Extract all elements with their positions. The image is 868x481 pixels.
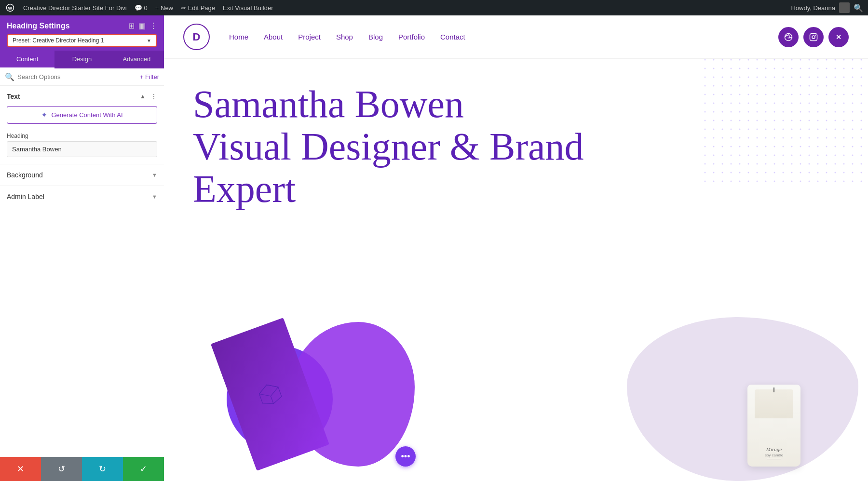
nav-portfolio[interactable]: Portfolio xyxy=(398,33,425,41)
comments-link[interactable]: 💬 0 xyxy=(135,4,148,12)
hero-heading-line3: Expert xyxy=(193,168,296,210)
bottom-bar: ✕ ↺ ↻ ✓ xyxy=(0,457,164,481)
nav-about[interactable]: About xyxy=(264,33,283,41)
nav-home[interactable]: Home xyxy=(229,33,248,41)
hero-right: Mirage soy candle xyxy=(617,59,868,481)
hero-heading-line1: Samantha Bowen xyxy=(193,83,464,125)
logo-letter: D xyxy=(193,31,201,43)
search-icon[interactable]: 🔍 xyxy=(854,3,863,13)
cancel-button[interactable]: ✕ xyxy=(0,457,41,481)
filter-label: Filter xyxy=(145,73,159,80)
filter-plus-icon: + xyxy=(140,73,144,80)
left-panel: Heading Settings ⊞ ▦ ⋮ Preset: Creative … xyxy=(0,15,164,481)
fab-dots-icon: ••• xyxy=(401,452,410,462)
site-name[interactable]: Creative Director Starter Site For Divi xyxy=(23,4,127,12)
nav-shop[interactable]: Shop xyxy=(336,33,353,41)
background-section: Background ▼ xyxy=(0,164,164,186)
background-chevron-icon: ▼ xyxy=(152,172,157,178)
cancel-icon: ✕ xyxy=(17,464,24,474)
svg-point-2 xyxy=(785,33,792,40)
svg-text:W: W xyxy=(8,6,13,11)
nav-socials: ✕ xyxy=(778,27,849,47)
panel-content: 🔍 + Filter Text ▲ ⋮ ✦ Gene xyxy=(0,68,164,457)
nav-links: Home About Project Shop Blog Portfolio C… xyxy=(229,33,778,41)
text-section-collapse-icon[interactable]: ▲ xyxy=(140,93,146,100)
background-section-title: Background xyxy=(7,171,43,179)
svg-line-10 xyxy=(271,396,273,404)
admin-label-section: Admin Label ▼ xyxy=(0,186,164,207)
panel-header: Heading Settings ⊞ ▦ ⋮ xyxy=(0,15,164,34)
search-input[interactable] xyxy=(17,73,137,80)
panel-header-icons: ⊞ ▦ ⋮ xyxy=(128,21,157,30)
text-section-menu-icon[interactable]: ⋮ xyxy=(150,93,157,100)
svg-point-4 xyxy=(812,36,815,39)
hero-heading: Samantha Bowen Visual Designer & Brand E… xyxy=(193,83,588,210)
candle-subtitle-label: soy candle xyxy=(765,453,783,457)
hero-left: Samantha Bowen Visual Designer & Brand E… xyxy=(164,59,617,481)
svg-rect-3 xyxy=(810,33,817,40)
ai-icon: ✦ xyxy=(41,110,47,120)
howdy-label: Howdy, Deanna xyxy=(791,4,835,12)
nav-contact[interactable]: Contact xyxy=(440,33,465,41)
save-button[interactable]: ✓ xyxy=(123,457,164,481)
new-button[interactable]: + New xyxy=(155,4,173,12)
admin-label-section-header[interactable]: Admin Label ▼ xyxy=(0,186,164,207)
product-images-area: ••• xyxy=(164,307,617,481)
redo-icon: ↻ xyxy=(99,464,106,474)
settings-icon[interactable]: ⊞ xyxy=(128,21,135,30)
comments-count: 0 xyxy=(144,4,148,12)
layout-icon[interactable]: ▦ xyxy=(138,21,146,30)
edit-page-button[interactable]: ✏ Edit Page xyxy=(181,4,215,12)
text-section-title: Text xyxy=(7,93,20,100)
wp-logo[interactable]: W xyxy=(5,2,15,13)
svg-point-5 xyxy=(815,35,816,35)
social-x-icon[interactable]: ✕ xyxy=(828,27,849,47)
preset-label: Preset: Creative Director Heading 1 xyxy=(13,37,104,44)
tab-advanced[interactable]: Advanced xyxy=(109,51,164,68)
social-instagram-icon[interactable] xyxy=(803,27,824,47)
site-preview: D Home About Project Shop Blog Portfolio… xyxy=(164,15,868,481)
search-icon: 🔍 xyxy=(5,72,14,81)
comments-icon: 💬 xyxy=(135,4,142,12)
admin-label-section-title: Admin Label xyxy=(7,193,44,200)
redo-button[interactable]: ↻ xyxy=(82,457,123,481)
text-section-header[interactable]: Text ▲ ⋮ xyxy=(0,86,164,104)
ai-button-label: Generate Content With AI xyxy=(51,111,122,119)
x-label: ✕ xyxy=(836,33,841,41)
heading-input[interactable] xyxy=(7,141,157,157)
exit-builder-button[interactable]: Exit Visual Builder xyxy=(223,4,273,12)
preset-selector[interactable]: Preset: Creative Director Heading 1 ▼ xyxy=(7,34,157,47)
hero-section: Samantha Bowen Visual Designer & Brand E… xyxy=(164,59,868,481)
main-layout: Heading Settings ⊞ ▦ ⋮ Preset: Creative … xyxy=(0,15,868,481)
save-icon: ✓ xyxy=(140,464,147,474)
social-dribbble-icon[interactable] xyxy=(778,27,799,47)
filter-button[interactable]: + Filter xyxy=(140,73,159,80)
candle-product: Mirage soy candle xyxy=(747,385,800,467)
panel-title: Heading Settings xyxy=(7,22,70,30)
nav-project[interactable]: Project xyxy=(298,33,321,41)
generate-ai-button[interactable]: ✦ Generate Content With AI xyxy=(7,106,157,124)
admin-bar: W Creative Director Starter Site For Div… xyxy=(0,0,868,15)
background-section-header[interactable]: Background ▼ xyxy=(0,164,164,186)
heading-field-label: Heading xyxy=(0,131,164,141)
hero-heading-line2: Visual Designer & Brand xyxy=(193,125,584,168)
candle-blob-decoration xyxy=(627,317,858,481)
tab-content[interactable]: Content xyxy=(0,51,54,68)
site-logo[interactable]: D xyxy=(183,24,210,50)
preset-chevron-icon: ▼ xyxy=(147,38,151,43)
admin-label-chevron-icon: ▼ xyxy=(152,194,157,200)
site-nav: D Home About Project Shop Blog Portfolio… xyxy=(164,15,868,59)
admin-bar-right: Howdy, Deanna 🔍 xyxy=(791,2,863,13)
more-options-icon[interactable]: ⋮ xyxy=(149,21,157,30)
tab-design[interactable]: Design xyxy=(54,51,109,68)
user-avatar xyxy=(839,2,850,13)
text-section-icons: Text xyxy=(7,93,20,100)
candle-brand-label: Mirage xyxy=(765,446,783,452)
panel-tabs: Content Design Advanced xyxy=(0,51,164,68)
search-area: 🔍 + Filter xyxy=(0,68,164,86)
svg-marker-9 xyxy=(257,381,280,400)
undo-icon: ↺ xyxy=(58,464,65,474)
nav-blog[interactable]: Blog xyxy=(368,33,383,41)
fab-menu-button[interactable]: ••• xyxy=(395,446,416,467)
undo-button[interactable]: ↺ xyxy=(41,457,82,481)
